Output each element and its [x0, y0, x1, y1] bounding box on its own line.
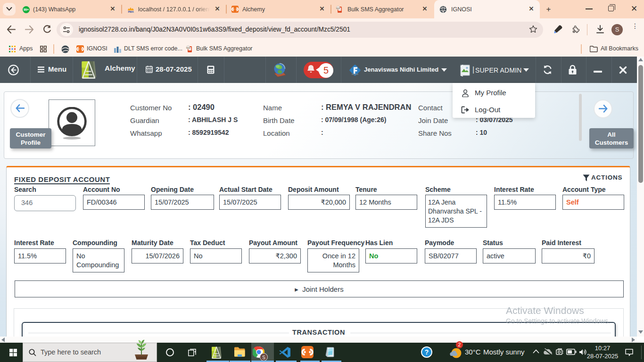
svg-text:PMA: PMA [128, 10, 133, 13]
svg-text:SMS: SMS [336, 7, 340, 9]
svg-text:SMS: SMS [186, 47, 190, 49]
svg-text:99+: 99+ [24, 8, 29, 11]
